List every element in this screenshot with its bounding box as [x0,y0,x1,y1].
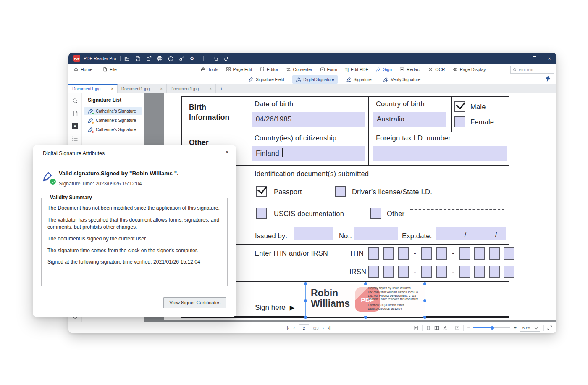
tab-close-icon[interactable]: × [111,87,113,91]
search-icon[interactable] [72,98,78,104]
signature-list-item[interactable]: Catherine’s Signature [84,107,142,115]
issued-by-field[interactable] [294,227,333,240]
menu-home[interactable]: Home [74,67,92,72]
tab-edit-pdf[interactable]: T| Edit PDF [345,64,368,74]
verify-signature-button[interactable]: Verify Signature [380,75,424,84]
passport-checkbox[interactable] [256,186,267,197]
fit-page-icon[interactable] [414,325,419,330]
pin-icon[interactable] [545,76,551,84]
digit-box[interactable] [504,266,514,278]
tab-tools[interactable]: Tools [201,64,218,74]
signature-list-item[interactable]: Catherine’s Signature [84,116,142,124]
next-page-button[interactable]: › [322,325,324,330]
print-icon[interactable] [157,56,163,61]
resize-handle[interactable] [304,316,307,319]
sign-tool-icon[interactable] [179,56,184,61]
tab-page-edit[interactable]: Page Edit [226,64,252,74]
digit-box[interactable] [436,266,447,278]
single-page-icon[interactable] [426,325,431,330]
digit-box[interactable] [421,266,432,278]
search-input[interactable] [519,67,552,72]
digit-box[interactable] [436,247,447,260]
tax-field[interactable] [373,146,507,161]
dob-field[interactable]: 04/26/1985 [252,112,365,127]
doc-tab[interactable]: Document1.jpg× [118,84,167,93]
female-checkbox[interactable] [454,116,465,127]
uscis-checkbox[interactable] [256,208,267,219]
digit-box[interactable] [421,247,432,260]
digit-box[interactable] [368,247,379,260]
digit-box[interactable] [459,247,470,260]
fullscreen-icon[interactable] [547,325,552,330]
other-checkbox[interactable] [370,208,381,219]
digit-box[interactable] [474,247,485,260]
cob-field[interactable]: Australia [373,112,446,127]
tab-close-icon[interactable]: × [209,87,212,91]
tab-page-display[interactable]: Page Display [453,64,486,74]
hint-search-box[interactable] [510,66,554,74]
thumbnails-icon[interactable] [72,111,78,116]
open-folder-icon[interactable] [124,56,130,61]
zoom-slider[interactable] [473,325,510,330]
zoom-level-select[interactable]: 50% [520,324,540,332]
undo-icon[interactable] [213,56,218,61]
two-page-icon[interactable] [434,325,439,330]
digit-box[interactable] [474,266,485,278]
minimize-button[interactable]: – [516,56,522,61]
male-checkbox[interactable] [454,101,465,112]
resize-handle[interactable] [304,299,307,302]
digit-box[interactable] [383,266,394,278]
no-field[interactable] [354,227,398,240]
last-page-button[interactable]: ›| [328,325,331,330]
zoom-slider-thumb[interactable] [491,326,494,330]
help-icon[interactable] [168,56,173,61]
resize-handle[interactable] [423,282,426,285]
redo-icon[interactable] [224,56,229,61]
resize-handle[interactable] [423,299,426,302]
tab-editor[interactable]: Editor [260,64,278,74]
new-tab-button[interactable]: + [216,84,227,93]
zoom-in-button[interactable]: + [514,325,517,331]
continuous-scroll-icon[interactable] [443,325,448,330]
digital-signature-button[interactable]: Digital Signature [292,75,337,84]
digit-box[interactable] [504,247,514,260]
close-button[interactable]: × [546,56,552,61]
tab-form[interactable]: Form [320,64,338,74]
tab-converter[interactable]: Converter [286,64,312,74]
digit-box[interactable] [368,266,379,278]
resize-handle[interactable] [304,282,307,285]
digit-box[interactable] [398,247,409,260]
settings-gear-icon[interactable]: ⚙ [190,56,194,61]
annotation-panel-icon[interactable]: A [72,123,78,129]
resize-handle[interactable] [364,316,367,319]
menu-file[interactable]: File [102,67,117,72]
license-checkbox[interactable] [335,186,346,197]
resize-handle[interactable] [423,316,426,319]
doc-tab[interactable]: Document1.jpg× [68,84,118,93]
maximize-button[interactable] [531,56,537,61]
page-edit-icon[interactable] [455,325,460,330]
share-icon[interactable] [146,56,152,61]
dialog-close-button[interactable]: × [225,148,229,156]
tab-sign[interactable]: Sign [376,64,392,74]
zoom-out-button[interactable]: − [467,325,470,331]
signature-list-item[interactable]: Catherine’s Signature [84,125,142,134]
tab-redact[interactable]: Redact [399,64,420,74]
digit-box[interactable] [489,266,500,278]
digit-box[interactable] [398,266,409,278]
digit-box[interactable] [489,247,500,260]
digit-box[interactable] [459,266,470,278]
signature-button[interactable]: Signature [343,75,375,84]
tab-ocr[interactable]: OCR [428,64,445,74]
page-number-input[interactable]: 2 [299,324,309,331]
first-page-button[interactable]: |‹ [287,325,290,330]
doc-tab[interactable]: Document1.jpg× [167,84,216,93]
citizenship-field[interactable]: Finland [252,146,365,161]
signature-widget[interactable]: PDF Robin Williams Digitally signed by R… [305,284,425,317]
signature-field-button[interactable]: Signature Field [245,75,287,84]
view-signer-certificates-button[interactable]: View Signer Certificates [163,297,226,308]
save-icon[interactable] [135,56,141,61]
tab-close-icon[interactable]: × [160,87,163,91]
digit-box[interactable] [383,247,394,260]
prev-page-button[interactable]: ‹ [294,325,295,330]
